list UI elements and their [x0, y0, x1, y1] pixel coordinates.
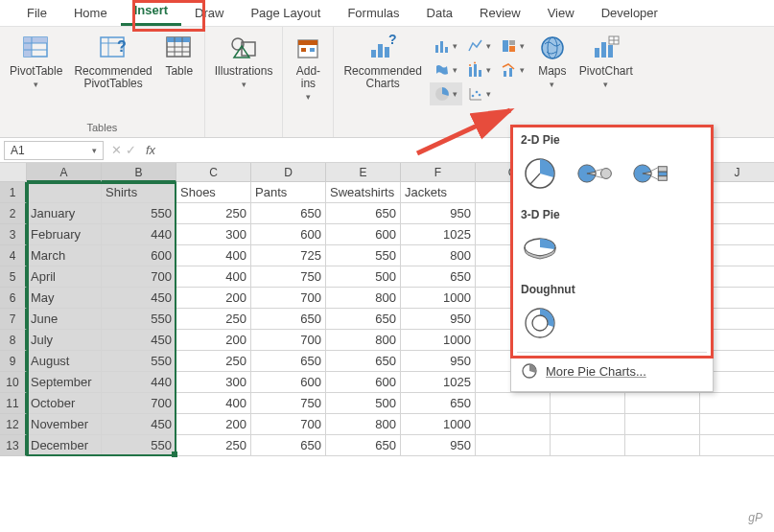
cell[interactable]: Jackets [401, 182, 476, 203]
cell[interactable]: 400 [176, 393, 251, 414]
cell[interactable]: 1000 [401, 414, 476, 435]
maps-button[interactable]: Maps ▾ [533, 31, 572, 91]
column-header[interactable]: D [251, 163, 326, 182]
pivottable-button[interactable]: PivotTable ▾ [6, 31, 66, 91]
cell[interactable]: 250 [176, 309, 251, 330]
cell[interactable]: 700 [251, 414, 326, 435]
row-header[interactable]: 12 [0, 414, 27, 435]
cell[interactable]: December [27, 435, 102, 456]
cancel-icon[interactable]: ✕ [111, 143, 122, 157]
cell[interactable]: 650 [326, 435, 401, 456]
pie-2d-basic[interactable] [521, 156, 559, 191]
cell[interactable]: 450 [102, 330, 176, 351]
doughnut-basic[interactable] [521, 306, 559, 340]
cell[interactable]: 650 [251, 203, 326, 224]
cell[interactable]: 650 [326, 351, 401, 372]
cell[interactable]: 440 [102, 224, 176, 245]
cell[interactable]: 650 [251, 435, 326, 456]
treemap-chart-button[interactable]: ▾ [497, 35, 529, 58]
column-header[interactable]: E [326, 163, 401, 182]
cell[interactable]: 750 [251, 393, 326, 414]
row-header[interactable]: 13 [0, 435, 27, 456]
cell[interactable]: 250 [176, 351, 251, 372]
row-header[interactable]: 5 [0, 266, 27, 288]
more-pie-charts[interactable]: More Pie Charts... [511, 355, 713, 387]
cell[interactable] [551, 435, 625, 456]
select-all-corner[interactable] [0, 163, 27, 182]
cell[interactable]: 650 [326, 203, 401, 224]
cell[interactable]: 250 [176, 435, 251, 456]
cell[interactable] [700, 414, 774, 435]
cell[interactable]: 550 [326, 245, 401, 266]
cell[interactable]: 1025 [401, 372, 476, 393]
cell[interactable]: 1025 [401, 224, 476, 245]
cell[interactable]: 650 [251, 351, 326, 372]
cell[interactable]: 800 [326, 288, 401, 309]
line-chart-button[interactable]: ▾ [463, 35, 496, 58]
row-header[interactable]: 1 [0, 182, 27, 203]
cell[interactable]: October [27, 393, 102, 414]
tab-view[interactable]: View [534, 2, 588, 26]
row-header[interactable]: 3 [0, 224, 27, 245]
column-header[interactable]: C [176, 163, 251, 182]
row-header[interactable]: 9 [0, 351, 27, 372]
cell[interactable] [625, 393, 700, 414]
pie-3d-basic[interactable] [521, 231, 559, 266]
pie-of-pie[interactable] [576, 156, 615, 191]
bar-of-pie[interactable] [632, 156, 670, 191]
cell[interactable]: June [27, 309, 102, 330]
column-header[interactable]: F [401, 163, 476, 182]
table-button[interactable]: Table [160, 31, 199, 80]
cell[interactable]: Shirts [102, 182, 176, 203]
cell[interactable]: 440 [102, 372, 176, 393]
cell[interactable]: 950 [401, 203, 476, 224]
illustrations-button[interactable]: Illustrations ▾ [211, 31, 277, 91]
tab-file[interactable]: File [13, 2, 60, 26]
cell[interactable] [700, 393, 774, 414]
row-header[interactable]: 4 [0, 245, 27, 266]
column-header[interactable]: A [27, 163, 102, 182]
cell[interactable]: 750 [251, 266, 326, 288]
cell[interactable] [476, 393, 551, 414]
cell[interactable]: 450 [102, 288, 176, 309]
cell[interactable]: March [27, 245, 102, 266]
cell[interactable]: 300 [176, 372, 251, 393]
cell[interactable]: 200 [176, 288, 251, 309]
cell[interactable]: 700 [102, 266, 176, 288]
pivotchart-button[interactable]: PivotChart ▾ [575, 31, 637, 91]
combo-chart-button[interactable]: ▾ [497, 58, 529, 81]
cell[interactable] [27, 182, 102, 203]
cell[interactable] [476, 414, 551, 435]
row-header[interactable]: 6 [0, 288, 27, 309]
cell[interactable]: 400 [176, 245, 251, 266]
cell[interactable]: 650 [326, 309, 401, 330]
cell[interactable]: 1000 [401, 288, 476, 309]
cell[interactable]: 650 [401, 266, 476, 288]
cell[interactable]: 600 [251, 224, 326, 245]
cell[interactable]: 950 [401, 351, 476, 372]
cell[interactable]: 200 [176, 330, 251, 351]
cell[interactable]: 800 [401, 245, 476, 266]
cell[interactable]: 550 [102, 203, 176, 224]
cell[interactable]: November [27, 414, 102, 435]
cell[interactable]: January [27, 203, 102, 224]
cell[interactable]: 550 [102, 309, 176, 330]
fx-label[interactable]: fx [146, 143, 155, 157]
cell[interactable]: 700 [251, 330, 326, 351]
cell[interactable]: May [27, 288, 102, 309]
tab-formulas[interactable]: Formulas [334, 2, 412, 26]
cell[interactable]: July [27, 330, 102, 351]
cell[interactable]: 550 [102, 351, 176, 372]
cell[interactable]: September [27, 372, 102, 393]
cell[interactable]: 300 [176, 224, 251, 245]
row-header[interactable]: 10 [0, 372, 27, 393]
column-header[interactable]: B [102, 163, 176, 182]
cell[interactable]: 650 [251, 309, 326, 330]
cell[interactable]: 600 [326, 224, 401, 245]
cell[interactable]: February [27, 224, 102, 245]
cell[interactable]: 250 [176, 203, 251, 224]
accept-icon[interactable]: ✓ [126, 143, 136, 157]
map-chart-button[interactable]: ▾ [430, 58, 462, 81]
cell[interactable]: 700 [102, 393, 176, 414]
cell[interactable]: 450 [102, 414, 176, 435]
